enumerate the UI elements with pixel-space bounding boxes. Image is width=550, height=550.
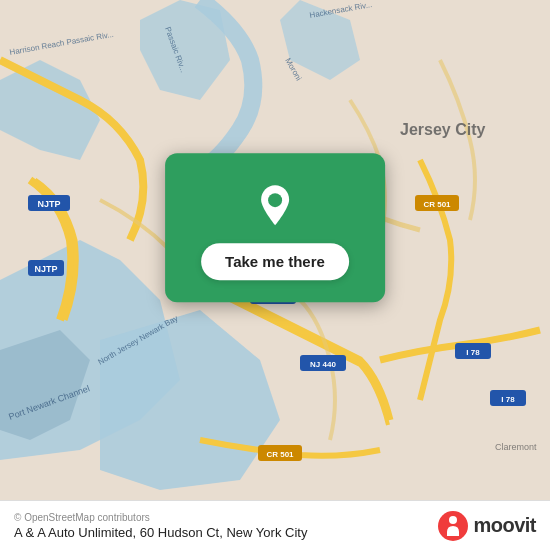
svg-text:I 78: I 78 bbox=[501, 395, 515, 404]
bottom-bar: © OpenStreetMap contributors A & A Auto … bbox=[0, 500, 550, 550]
moovit-icon bbox=[437, 510, 469, 542]
popup-card[interactable]: Take me there bbox=[165, 153, 385, 302]
svg-point-34 bbox=[449, 516, 457, 524]
svg-text:CR 501: CR 501 bbox=[266, 450, 294, 459]
svg-text:I 78: I 78 bbox=[466, 348, 480, 357]
moovit-logo: moovit bbox=[437, 510, 536, 542]
take-me-there-button[interactable]: Take me there bbox=[201, 243, 349, 280]
svg-text:NJ 440: NJ 440 bbox=[310, 360, 336, 369]
svg-text:Jersey City: Jersey City bbox=[400, 121, 485, 138]
svg-point-32 bbox=[268, 193, 282, 207]
bottom-left-info: © OpenStreetMap contributors A & A Auto … bbox=[14, 512, 307, 540]
svg-text:NJTP: NJTP bbox=[34, 264, 57, 274]
svg-text:Claremont: Claremont bbox=[495, 442, 537, 452]
svg-text:NJTP: NJTP bbox=[37, 199, 60, 209]
svg-text:CR 501: CR 501 bbox=[423, 200, 451, 209]
map-container: NJTP NJTP NJ 440 NJ 440 CR 501 CR 501 I … bbox=[0, 0, 550, 500]
attribution-text: © OpenStreetMap contributors bbox=[14, 512, 307, 523]
moovit-text: moovit bbox=[473, 514, 536, 537]
location-name-text: A & A Auto Unlimited, 60 Hudson Ct, New … bbox=[14, 525, 307, 540]
location-pin-icon bbox=[251, 181, 299, 229]
